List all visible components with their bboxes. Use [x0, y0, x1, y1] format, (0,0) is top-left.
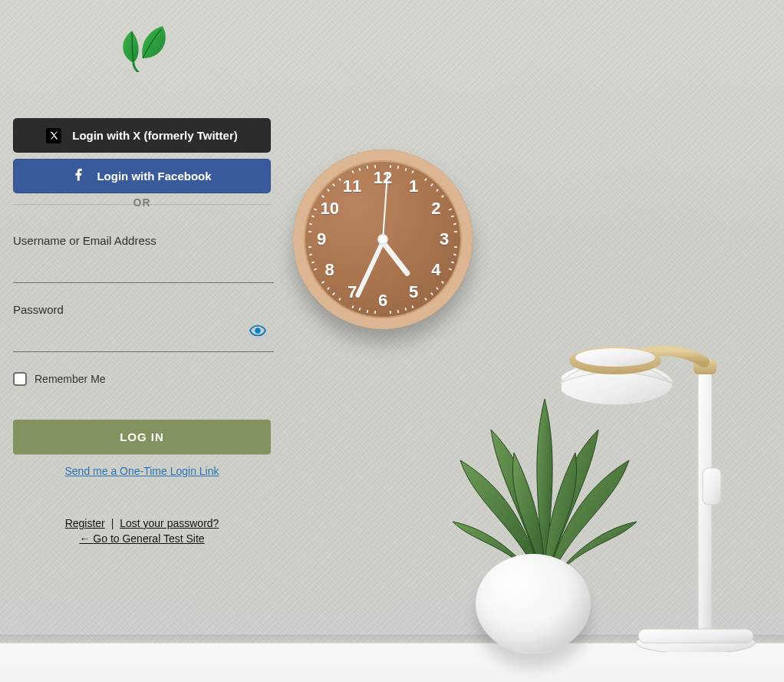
one-time-login-link[interactable]: Send me a One-Time Login Link: [13, 465, 271, 477]
svg-point-7: [575, 348, 655, 367]
login-with-x-button[interactable]: Login with X (formerly Twitter): [13, 118, 271, 153]
login-submit-button[interactable]: LOG IN: [13, 420, 271, 454]
remember-me-checkbox[interactable]: [13, 372, 27, 386]
username-label: Username or Email Address: [13, 234, 271, 247]
svg-rect-2: [638, 629, 753, 643]
divider-label: OR: [126, 196, 159, 209]
svg-rect-4: [703, 468, 721, 505]
desk-lamp: [562, 307, 761, 652]
divider: OR: [13, 204, 271, 219]
login-panel: Login with X (formerly Twitter) Login wi…: [13, 118, 271, 545]
footer-links: Register | Lost your password?: [13, 517, 271, 529]
back-to-site-link[interactable]: ← Go to General Test Site: [79, 532, 204, 545]
remember-me-group[interactable]: Remember Me: [13, 372, 271, 386]
username-input[interactable]: [13, 247, 274, 283]
x-icon: [46, 128, 61, 143]
wall-clock: 123456789101112: [293, 150, 473, 329]
show-password-icon[interactable]: [249, 325, 266, 340]
lost-password-link[interactable]: Lost your password?: [120, 517, 219, 529]
password-field-group: Password: [13, 303, 271, 352]
facebook-icon: [72, 168, 86, 184]
svg-point-8: [255, 328, 260, 333]
login-with-facebook-button[interactable]: Login with Facebook: [13, 159, 271, 193]
site-logo: [117, 26, 170, 75]
link-separator: |: [111, 517, 114, 529]
password-label: Password: [13, 303, 271, 316]
username-field-group: Username or Email Address: [13, 234, 271, 283]
register-link[interactable]: Register: [65, 517, 105, 529]
password-input[interactable]: [13, 316, 274, 352]
remember-me-label: Remember Me: [35, 373, 106, 385]
x-button-label: Login with X (formerly Twitter): [72, 129, 238, 142]
facebook-button-label: Login with Facebook: [97, 170, 211, 183]
